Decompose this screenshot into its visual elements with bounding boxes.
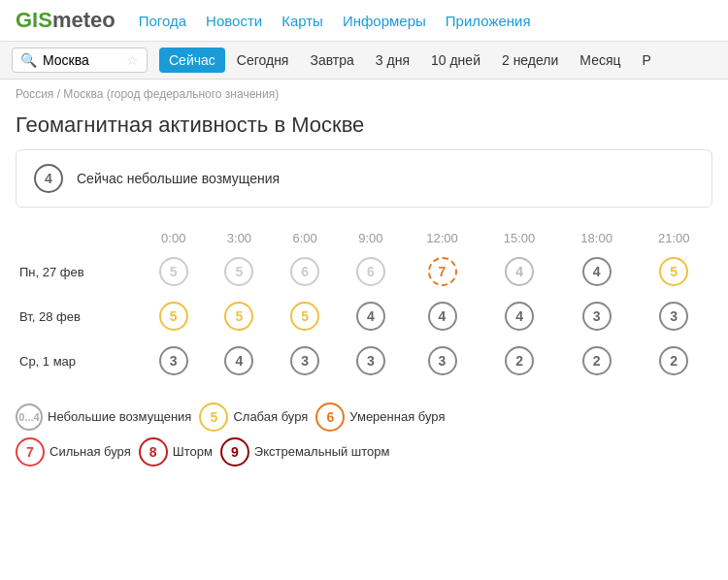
legend-label-5: Слабая буря xyxy=(233,404,308,430)
tab-tomorrow[interactable]: Завтра xyxy=(300,48,363,73)
cell-r0-c7: 5 xyxy=(635,249,712,294)
legend-badge-6: 6 xyxy=(315,403,345,432)
day-label-0: Пн, 27 фев xyxy=(16,249,141,294)
logo-meteo: meteo xyxy=(52,8,116,32)
badge-r1-c4: 4 xyxy=(428,302,457,331)
search-box[interactable]: 🔍 ☆ xyxy=(12,48,148,73)
cell-r0-c2: 6 xyxy=(272,249,338,294)
tab-10days[interactable]: 10 дней xyxy=(421,48,490,73)
cell-r1-c0: 5 xyxy=(141,294,207,338)
legend-row-1: 0...4 Небольшие возмущения 5 Слабая буря… xyxy=(16,403,712,432)
legend-item-5: 5 Слабая буря xyxy=(199,403,308,432)
cell-r0-c4: 7 xyxy=(404,249,481,294)
badge-r0-c4: 7 xyxy=(428,257,457,286)
nav-news[interactable]: Новости xyxy=(206,13,262,29)
cell-r1-c3: 4 xyxy=(338,294,404,338)
cell-r2-c0: 3 xyxy=(141,338,207,383)
col-12: 12:00 xyxy=(404,227,481,249)
main-nav: Погода Новости Карты Информеры Приложени… xyxy=(139,13,531,29)
legend-badge-0-4: 0...4 xyxy=(16,403,43,431)
cell-r0-c3: 6 xyxy=(338,249,404,294)
col-3: 3:00 xyxy=(207,227,273,249)
breadcrumb: Россия / Москва (город федерального знач… xyxy=(0,80,728,109)
site-logo: GISmeteo xyxy=(16,8,116,33)
col-6: 6:00 xyxy=(272,227,338,249)
badge-r1-c6: 3 xyxy=(582,302,612,331)
legend-label-0-4: Небольшие возмущения xyxy=(48,404,191,430)
legend-badge-9: 9 xyxy=(220,437,249,467)
badge-r0-c5: 4 xyxy=(505,257,534,286)
status-level-badge: 4 xyxy=(34,164,63,193)
tab-month[interactable]: Месяц xyxy=(570,48,630,73)
tab-now[interactable]: Сейчас xyxy=(159,48,225,73)
badge-r1-c0: 5 xyxy=(159,302,188,331)
col-9: 9:00 xyxy=(338,227,404,249)
badge-r2-c6: 2 xyxy=(582,346,612,375)
search-input[interactable] xyxy=(43,52,120,68)
badge-r2-c4: 3 xyxy=(428,346,457,375)
legend-item-0-4: 0...4 Небольшие возмущения xyxy=(16,403,191,431)
day-label-2: Ср, 1 мар xyxy=(16,338,141,383)
col-18: 18:00 xyxy=(558,227,636,249)
cell-r0-c1: 5 xyxy=(207,249,273,294)
geo-table: 0:00 3:00 6:00 9:00 12:00 15:00 18:00 21… xyxy=(16,227,712,383)
badge-r1-c1: 5 xyxy=(224,302,253,331)
tab-2weeks[interactable]: 2 недели xyxy=(492,48,568,73)
badge-r2-c2: 3 xyxy=(290,346,319,375)
badge-r0-c6: 4 xyxy=(582,257,612,286)
legend-item-6: 6 Умеренная буря xyxy=(315,403,445,432)
badge-r2-c0: 3 xyxy=(159,346,188,375)
cell-r1-c5: 4 xyxy=(480,294,558,338)
legend-label-7: Сильная буря xyxy=(50,439,131,465)
badge-r2-c1: 4 xyxy=(224,346,253,375)
legend-label-8: Шторм xyxy=(173,439,213,465)
cell-r1-c6: 3 xyxy=(558,294,636,338)
cell-r2-c3: 3 xyxy=(338,338,404,383)
legend-label-9: Экстремальный шторм xyxy=(254,439,390,465)
nav-informers[interactable]: Информеры xyxy=(343,13,426,29)
badge-r2-c3: 3 xyxy=(356,346,385,375)
col-day xyxy=(16,227,141,249)
favorite-icon[interactable]: ☆ xyxy=(126,52,139,68)
legend: 0...4 Небольшие возмущения 5 Слабая буря… xyxy=(16,403,712,467)
nav-apps[interactable]: Приложения xyxy=(446,13,531,29)
badge-r0-c3: 6 xyxy=(356,257,385,286)
table-row: Вт, 28 фев55544433 xyxy=(16,294,712,338)
cell-r1-c2: 5 xyxy=(272,294,338,338)
legend-row-2: 7 Сильная буря 8 Шторм 9 Экстремальный ш… xyxy=(16,437,712,467)
legend-badge-5: 5 xyxy=(199,403,228,432)
badge-r0-c0: 5 xyxy=(159,257,188,286)
tab-today[interactable]: Сегодня xyxy=(227,48,299,73)
nav-maps[interactable]: Карты xyxy=(281,13,323,29)
tab-3days[interactable]: 3 дня xyxy=(366,48,419,73)
status-text: Сейчас небольшие возмущения xyxy=(77,171,280,186)
badge-r0-c2: 6 xyxy=(290,257,319,286)
badge-r1-c5: 4 xyxy=(505,302,534,331)
cell-r1-c4: 4 xyxy=(404,294,481,338)
table-row: Пн, 27 фев55667445 xyxy=(16,249,712,294)
legend-label-6: Умеренная буря xyxy=(349,404,445,430)
col-21: 21:00 xyxy=(635,227,712,249)
badge-r0-c7: 5 xyxy=(659,257,688,286)
main-content: 4 Сейчас небольшие возмущения 0:00 3:00 … xyxy=(0,149,728,488)
site-header: GISmeteo Погода Новости Карты Информеры … xyxy=(0,0,728,42)
search-bar: 🔍 ☆ Сейчас Сегодня Завтра 3 дня 10 дней … xyxy=(0,42,728,80)
cell-r0-c5: 4 xyxy=(480,249,558,294)
search-icon: 🔍 xyxy=(20,52,37,68)
legend-item-8: 8 Шторм xyxy=(139,437,213,467)
cell-r0-c6: 4 xyxy=(558,249,636,294)
cell-r2-c2: 3 xyxy=(272,338,338,383)
cell-r2-c5: 2 xyxy=(480,338,558,383)
col-15: 15:00 xyxy=(480,227,558,249)
cell-r2-c1: 4 xyxy=(207,338,273,383)
tab-more[interactable]: Р xyxy=(633,48,661,73)
legend-badge-8: 8 xyxy=(139,437,168,467)
badge-r1-c2: 5 xyxy=(290,302,319,331)
badge-r2-c7: 2 xyxy=(659,346,688,375)
nav-weather[interactable]: Погода xyxy=(139,13,186,29)
table-row: Ср, 1 мар34333222 xyxy=(16,338,712,383)
status-card: 4 Сейчас небольшие возмущения xyxy=(16,149,712,208)
cell-r0-c0: 5 xyxy=(141,249,207,294)
badge-r1-c3: 4 xyxy=(356,302,385,331)
page-title: Геомагнитная активность в Москве xyxy=(0,109,728,149)
